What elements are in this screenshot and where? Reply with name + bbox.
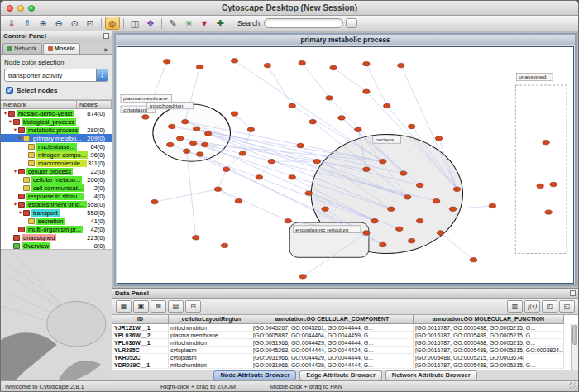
network-node[interactable] (489, 203, 495, 208)
network-node[interactable] (409, 124, 415, 128)
attribute-matrix-icon[interactable]: ▥ (507, 300, 523, 313)
tab-scroll-right-icon[interactable]: ▶ (104, 46, 110, 54)
network-node[interactable] (338, 116, 345, 120)
network-node[interactable] (400, 171, 407, 175)
network-node[interactable] (388, 207, 395, 211)
tree-row[interactable]: secretion41(0) (1, 217, 112, 225)
tree-row[interactable]: multi-organism pr...42(0) (1, 225, 112, 233)
network-node[interactable] (326, 96, 333, 100)
create-attribute-icon[interactable]: ▣ (133, 300, 149, 313)
filter-icon[interactable]: ▼ (197, 17, 212, 30)
function-builder-icon[interactable]: f(x) (524, 300, 540, 313)
network-manager-icon[interactable]: ◫ (127, 17, 142, 30)
tree-row[interactable]: unassigned223(0) (1, 233, 112, 241)
network-canvas[interactable]: plasma membrane cytoplasm mitochondrion … (117, 46, 574, 284)
network-node[interactable] (416, 218, 423, 222)
network-node[interactable] (409, 238, 415, 242)
network-node[interactable] (231, 59, 237, 63)
annotation-icon[interactable]: ✎ (165, 17, 180, 30)
delete-entry-icon[interactable]: ⊟ (185, 300, 201, 313)
network-node[interactable] (313, 159, 320, 163)
network-node[interactable] (201, 142, 208, 146)
network-node[interactable] (437, 231, 443, 235)
network-node[interactable] (151, 199, 158, 203)
zoom-window-button[interactable] (28, 5, 35, 12)
network-node[interactable] (182, 120, 189, 124)
network-node[interactable] (363, 89, 370, 93)
tab-network-attribute-browser[interactable]: Network Attribute Browser (385, 370, 477, 380)
panel-float-icon[interactable] (570, 290, 576, 296)
select-all-attributes-icon[interactable]: ▤ (168, 300, 184, 313)
select-nodes-checkbox[interactable]: ✓ (6, 87, 13, 94)
expander-icon[interactable]: ▼ (17, 210, 23, 215)
network-node[interactable] (239, 151, 246, 155)
tree-row[interactable]: nucleobase...64(0) (1, 142, 112, 151)
zoom-out-icon[interactable]: ⊖ (51, 17, 66, 30)
zoom-fit-icon[interactable]: ⊡ (83, 17, 98, 30)
network-node[interactable] (268, 159, 275, 163)
column-header[interactable]: _cellularLayoutRegion (169, 315, 251, 324)
network-node[interactable] (543, 140, 549, 144)
network-view-title[interactable]: primary metabolic process (116, 35, 575, 45)
tree-row[interactable]: ▼transport558(0) (1, 208, 112, 217)
column-header[interactable]: ID (112, 315, 169, 324)
network-node[interactable] (404, 195, 411, 199)
network-node[interactable] (299, 61, 305, 65)
network-node[interactable] (256, 175, 262, 179)
network-node[interactable] (371, 218, 378, 222)
network-node[interactable] (545, 210, 552, 214)
table-row[interactable]: YDR039C__1mitochondrion[GO:0031966, GO:0… (112, 361, 578, 369)
expander-icon[interactable]: ▼ (12, 169, 18, 174)
vizmapper-icon[interactable]: ❖ (143, 17, 158, 30)
network-node[interactable] (398, 63, 404, 67)
network-node[interactable] (299, 275, 306, 279)
network-node[interactable] (396, 227, 403, 231)
network-node[interactable] (164, 60, 170, 64)
network-node[interactable] (309, 120, 316, 124)
network-node[interactable] (433, 198, 439, 203)
network-node[interactable] (177, 136, 184, 141)
expander-icon[interactable]: ▼ (2, 111, 8, 116)
delete-attribute-icon[interactable]: ⊠ (151, 300, 166, 313)
tree-header-nodes[interactable]: Nodes (77, 100, 112, 109)
table-row[interactable]: YKR052Ccytoplasm[GO:0031966, GO:0044429,… (112, 354, 578, 361)
network-node[interactable] (416, 183, 423, 187)
network-node[interactable] (380, 242, 386, 246)
tab-mosaic[interactable]: Mosaic (43, 43, 80, 54)
minimize-button[interactable] (17, 5, 24, 12)
network-node[interactable] (193, 127, 199, 131)
export-network-icon[interactable]: ⇑ (20, 17, 35, 30)
expander-icon[interactable]: ▼ (7, 119, 13, 124)
network-node[interactable] (289, 103, 295, 108)
tree-row[interactable]: ▼biological_process (1, 117, 112, 126)
layout-icon[interactable]: ✳ (181, 17, 196, 30)
network-node[interactable] (204, 131, 211, 136)
tab-edge-attribute-browser[interactable]: Edge Attribute Browser (299, 370, 381, 380)
network-node[interactable] (550, 182, 557, 186)
tree-row[interactable]: cell communicat...2(0) (1, 184, 112, 192)
graphics-details-icon[interactable]: ◍ (105, 17, 120, 30)
tree-row[interactable]: response to stimu...4(0) (1, 192, 112, 200)
network-node[interactable] (453, 187, 460, 191)
zoom-selected-icon[interactable]: ⊙ (67, 17, 82, 30)
tree-row[interactable]: ▼metabolic process280(0) (1, 126, 112, 134)
network-node[interactable] (330, 65, 337, 69)
expander-icon[interactable]: ▼ (12, 127, 18, 132)
network-node[interactable] (196, 65, 203, 69)
network-node[interactable] (322, 207, 328, 211)
scrollbar-thumb[interactable] (572, 325, 577, 345)
tree-row[interactable]: ▼establishment of lo...558(0) (1, 200, 112, 208)
network-graph[interactable]: plasma membrane cytoplasm mitochondrion … (117, 47, 573, 283)
search-input[interactable] (264, 18, 343, 28)
plugins-icon[interactable]: ✚ (213, 17, 227, 30)
table-row[interactable]: YLR295Ccytoplasm[GO:0045263, GO:0044444,… (112, 347, 578, 354)
table-row[interactable]: YJR121W__1mitochondrion[GO:0045267, GO:0… (112, 324, 578, 332)
tree-header-network[interactable]: Network (1, 100, 77, 109)
column-header[interactable]: annotation.GO CELLULAR_COMPONENT (251, 315, 414, 324)
network-node[interactable] (289, 175, 295, 179)
tree-row[interactable]: ▼cellular process22(0) (1, 167, 112, 175)
network-node[interactable] (221, 243, 227, 247)
column-header[interactable]: annotation.GO MOLECULAR_FUNCTION (414, 315, 564, 324)
import-network-icon[interactable]: ⇓ (4, 17, 19, 30)
network-node[interactable] (247, 127, 254, 131)
